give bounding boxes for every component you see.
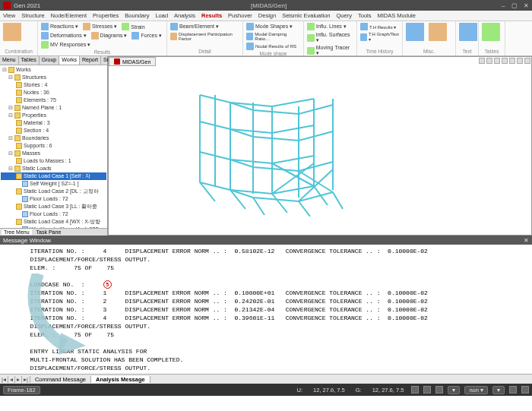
vp-tool-2[interactable] <box>486 58 492 64</box>
tree-node[interactable]: Elements : 75 <box>1 96 106 104</box>
tree-node[interactable]: ⊟Named Plane : 1 <box>1 104 106 112</box>
menu-load[interactable]: Load <box>155 12 168 19</box>
tree-node[interactable]: ⊟Static Loads <box>1 165 106 172</box>
tab-command-message[interactable]: Command Message <box>30 376 91 383</box>
menu-query[interactable]: Query <box>337 12 352 19</box>
menu-analysis[interactable]: Analysis <box>174 12 195 19</box>
menu-node-element[interactable]: Node/Element <box>51 12 87 19</box>
diagrams-button[interactable]: Diagrams ▾ <box>91 32 128 40</box>
status-dd-1[interactable]: ▾ <box>448 386 460 394</box>
menu-boundary[interactable]: Boundary <box>125 12 149 19</box>
mode-icon <box>246 23 254 30</box>
tree-node[interactable]: Nodes : 36 <box>1 89 106 96</box>
story-shear-button[interactable] <box>429 23 447 41</box>
menu-view[interactable]: View <box>3 12 15 19</box>
menu-seismic[interactable]: Seismic Evaluation <box>282 12 330 19</box>
tab-analysis-message[interactable]: Analysis Message <box>91 376 150 383</box>
menu-module[interactable]: MIDAS Module <box>377 12 415 19</box>
forces-button[interactable]: Forces ▾ <box>131 32 161 40</box>
tree-node[interactable]: Supports : 6 <box>1 142 106 150</box>
th-results-button[interactable]: T.H Results ▾ <box>360 23 399 30</box>
menu-design[interactable]: Design <box>258 12 276 19</box>
tree-node[interactable]: Material : 3 <box>1 119 106 127</box>
status-dd-3[interactable]: ▾ <box>492 386 505 394</box>
tab-tables[interactable]: Tables <box>19 56 40 65</box>
status-tool-4-icon[interactable] <box>509 386 517 394</box>
tree-node[interactable]: Loads to Masses : 1 <box>1 157 106 165</box>
message-window-close-icon[interactable]: ✕ <box>524 237 529 244</box>
menu-results[interactable]: Results <box>201 12 222 19</box>
tree-node[interactable]: Floor Loads : 72 <box>1 210 106 218</box>
dpf-icon <box>170 33 177 40</box>
mv-responses-button[interactable]: MV Responses ▾ <box>41 41 90 49</box>
frame-indicator[interactable]: Frame-182 <box>3 386 40 394</box>
tab-group[interactable]: Group <box>40 56 59 65</box>
tree-node[interactable]: Static Load Case 4 [WX : X-방향 <box>1 218 106 226</box>
tree-node[interactable]: ⊟Masses <box>1 150 106 157</box>
status-tool-1-icon[interactable] <box>411 386 419 394</box>
load-combination-button[interactable] <box>3 23 21 41</box>
disp-participation-button[interactable]: Displacement Participation Factor <box>170 32 239 41</box>
deformations-button[interactable]: Deformations ▾ <box>41 32 87 40</box>
nodal-rs-button[interactable]: Nodal Results of RS <box>246 43 300 50</box>
model-viewport[interactable]: MIDAS/Gen <box>108 56 532 236</box>
tab-report[interactable]: Report <box>80 56 101 65</box>
reactions-button[interactable]: Reactions ▾ <box>41 23 78 30</box>
tree-node[interactable]: Floor Loads : 72 <box>1 195 106 203</box>
msg-nav-first-icon[interactable]: |◂ <box>0 376 8 383</box>
ribbon-group-misc: Misc. <box>406 49 452 54</box>
tree-node[interactable]: Static Load Case 1 [Self : 자 <box>1 172 106 180</box>
bottom-tab-task[interactable]: Task Pane <box>36 229 62 235</box>
vp-tool-6[interactable] <box>517 58 523 64</box>
beam-element-button[interactable]: Beam/Element ▾ <box>170 23 219 30</box>
status-dd-2[interactable]: non ▾ <box>464 386 488 394</box>
msg-nav-last-icon[interactable]: ▸| <box>22 376 30 383</box>
vp-tool-3[interactable] <box>494 58 500 64</box>
bottom-tab-tree[interactable]: Tree Menu <box>2 229 32 235</box>
th-graph-button[interactable]: T.H Graph/Text ▾ <box>360 32 399 42</box>
tree-node[interactable]: Static Load Case 2 [DL : 고정하 <box>1 188 106 195</box>
text-output-button[interactable] <box>459 23 477 41</box>
vp-tool-4[interactable] <box>502 58 508 64</box>
tab-works[interactable]: Works <box>59 56 80 65</box>
status-tool-2-icon[interactable] <box>423 386 431 394</box>
tab-menu[interactable]: Menu <box>0 56 19 65</box>
vp-tool-5[interactable] <box>509 58 515 64</box>
tree-node[interactable]: ⊟Works <box>1 66 106 74</box>
th-icon <box>360 23 368 30</box>
vp-tool-7[interactable] <box>524 58 530 64</box>
menu-structure[interactable]: Structure <box>21 12 44 19</box>
tree-node[interactable]: Stories : 4 <box>1 81 106 89</box>
tree-view[interactable]: ⊟Works⊟StructuresStories : 4Nodes : 36El… <box>0 65 107 228</box>
minimize-button[interactable]: – <box>502 2 505 9</box>
stresses-button[interactable]: Stresses ▾ <box>83 23 117 30</box>
ribbon-group-modeshape: Mode shape <box>246 51 300 56</box>
menu-properties[interactable]: Properties <box>93 12 119 19</box>
menu-pushover[interactable]: Pushover <box>228 12 252 19</box>
viewport-tab[interactable]: MIDAS/Gen <box>109 57 156 66</box>
tree-node[interactable]: ⊟Boundaries <box>1 134 106 142</box>
msg-nav-prev-icon[interactable]: ◂ <box>8 376 15 383</box>
strain-button[interactable]: Strain <box>122 23 144 30</box>
modal-damping-button[interactable]: Modal Damping Ratio… <box>246 32 300 41</box>
tree-bottom-tabs: Tree Menu Task Pane <box>0 228 107 236</box>
vp-tool-1[interactable] <box>479 58 485 64</box>
menu-tools[interactable]: Tools <box>358 12 372 19</box>
tree-node[interactable]: Section : 4 <box>1 127 106 134</box>
status-tool-5-icon[interactable] <box>521 386 529 394</box>
influ-surfaces-button[interactable]: Influ. Surfaces ▾ <box>307 32 353 43</box>
tree-node[interactable]: ⊟Structures <box>1 74 106 81</box>
maximize-button[interactable]: ▢ <box>511 2 518 9</box>
column-shortening-button[interactable] <box>406 23 424 41</box>
tree-node[interactable]: Static Load Case 3 [LL : 활하중 <box>1 203 106 210</box>
message-output[interactable]: ITERATION NO. : 4 DISPLACEMENT ERROR NOR… <box>0 245 532 374</box>
msg-nav-next-icon[interactable]: ▸ <box>15 376 22 383</box>
tree-node[interactable]: ⊟Properties <box>1 112 106 119</box>
status-tool-3-icon[interactable] <box>435 386 443 394</box>
close-button[interactable]: ✕ <box>524 2 529 9</box>
tree-node[interactable]: Self Weight [ SZ=-1 ] <box>1 180 106 188</box>
influ-lines-button[interactable]: Influ. Lines ▾ <box>307 23 353 30</box>
results-tables-button[interactable] <box>482 23 500 41</box>
mode-shapes-button[interactable]: Mode Shapes ▾ <box>246 23 300 30</box>
moving-tracer-button[interactable]: Moving Tracer ▾ <box>307 45 353 56</box>
